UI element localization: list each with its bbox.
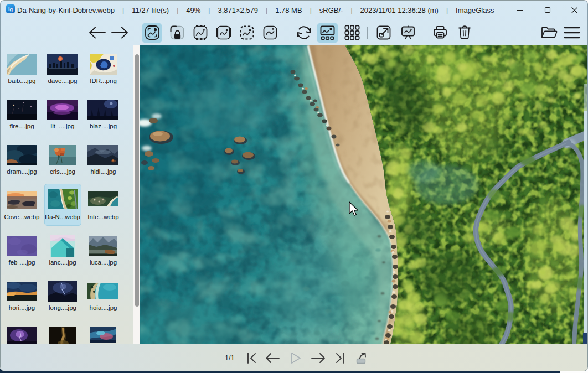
svg-text:ig: ig (8, 7, 13, 12)
